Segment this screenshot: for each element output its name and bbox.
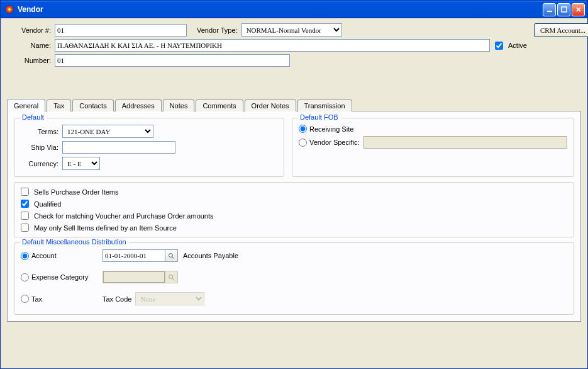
svg-line-6: [172, 278, 174, 280]
check-match-checkbox[interactable]: [21, 212, 29, 220]
window-title: Vendor: [18, 5, 543, 14]
account-lookup[interactable]: [103, 249, 178, 262]
qualified-checkbox[interactable]: [21, 200, 29, 208]
close-button[interactable]: [572, 3, 585, 16]
expense-category-label: Expense Category: [31, 273, 89, 281]
app-icon: [4, 4, 14, 14]
tab-contacts[interactable]: Contacts: [72, 99, 113, 111]
terms-label: Terms:: [21, 128, 58, 135]
terms-select[interactable]: 121-ONE DAY: [62, 125, 153, 138]
tab-order-notes[interactable]: Order Notes: [245, 99, 296, 111]
vendor-num-input[interactable]: [55, 24, 187, 37]
svg-rect-2: [562, 7, 567, 12]
default-fob-group: Default FOB Receiving Site Vendor Specif…: [292, 118, 574, 177]
currency-select[interactable]: E - E: [62, 157, 100, 170]
account-radio[interactable]: [21, 252, 29, 260]
tax-code-label: Tax Code: [103, 295, 131, 303]
svg-point-5: [169, 275, 173, 278]
receiving-site-label: Receiving Site: [309, 125, 353, 133]
dmd-title: Default Miscellaneous Distribution: [19, 238, 129, 246]
expense-input: [103, 271, 165, 283]
tax-code-select: None: [135, 292, 204, 305]
name-input[interactable]: [55, 39, 490, 52]
vendor-specific-input: [363, 136, 568, 149]
may-only-sell-checkbox[interactable]: [21, 224, 29, 232]
currency-label: Currency:: [21, 160, 58, 167]
qualified-label: Qualified: [34, 200, 61, 208]
tabstrip: General Tax Contacts Addresses Notes Com…: [7, 98, 581, 111]
vendor-window: Vendor Vendor #: Vendor Type: NORMAL-Nor…: [0, 0, 588, 369]
maximize-button[interactable]: [557, 3, 570, 16]
vendor-specific-radio[interactable]: [299, 139, 307, 147]
svg-rect-1: [547, 11, 552, 12]
search-icon[interactable]: [165, 250, 177, 261]
crm-account-button[interactable]: CRM Account...: [534, 23, 588, 37]
receiving-site-radio[interactable]: [299, 125, 307, 133]
minimize-button[interactable]: [543, 3, 556, 16]
vendor-type-label: Vendor Type:: [197, 26, 238, 34]
name-label: Name:: [7, 42, 51, 49]
active-label: Active: [508, 42, 527, 49]
account-input[interactable]: [103, 250, 165, 261]
svg-line-4: [172, 257, 174, 259]
active-checkbox[interactable]: [495, 42, 503, 50]
search-icon: [165, 271, 177, 283]
tab-tax[interactable]: Tax: [47, 99, 71, 111]
expense-lookup: [103, 271, 178, 283]
default-group: Default Terms: 121-ONE DAY Ship Via: Cur…: [14, 118, 284, 177]
tab-addresses[interactable]: Addresses: [115, 99, 162, 111]
titlebar: Vendor: [1, 1, 587, 18]
number-input[interactable]: [55, 54, 290, 67]
svg-point-3: [169, 253, 173, 257]
flags-group: Sells Purchase Order Items Qualified Che…: [14, 182, 574, 237]
check-match-label: Check for matching Voucher and Purchase …: [34, 212, 214, 220]
tab-notes[interactable]: Notes: [163, 99, 195, 111]
vendor-type-select[interactable]: NORMAL-Normal Vendor: [241, 23, 342, 37]
vendor-num-label: Vendor #:: [7, 26, 51, 34]
sells-po-items-checkbox[interactable]: [21, 188, 29, 196]
accounts-payable-label: Accounts Payable: [183, 252, 238, 259]
vendor-specific-label: Vendor Specific:: [309, 139, 360, 146]
number-label: Number:: [7, 57, 51, 64]
tax-radio-label: Tax: [31, 295, 42, 303]
sells-po-items-label: Sells Purchase Order Items: [34, 188, 119, 196]
tab-general[interactable]: General: [7, 99, 45, 112]
tab-transmission[interactable]: Transmission: [297, 99, 352, 111]
tab-comments[interactable]: Comments: [196, 99, 243, 111]
tab-panel-general: Default Terms: 121-ONE DAY Ship Via: Cur…: [7, 111, 581, 322]
default-fob-title: Default FOB: [297, 113, 341, 121]
expense-category-radio[interactable]: [21, 273, 29, 281]
tax-radio[interactable]: [21, 295, 29, 303]
dmd-group: Default Miscellaneous Distribution Accou…: [14, 242, 574, 315]
account-radio-label: Account: [31, 252, 57, 259]
may-only-sell-label: May only Sell Items defined by an Item S…: [34, 224, 177, 232]
shipvia-label: Ship Via:: [21, 144, 58, 151]
default-group-title: Default: [19, 113, 47, 121]
shipvia-input[interactable]: [62, 141, 175, 154]
